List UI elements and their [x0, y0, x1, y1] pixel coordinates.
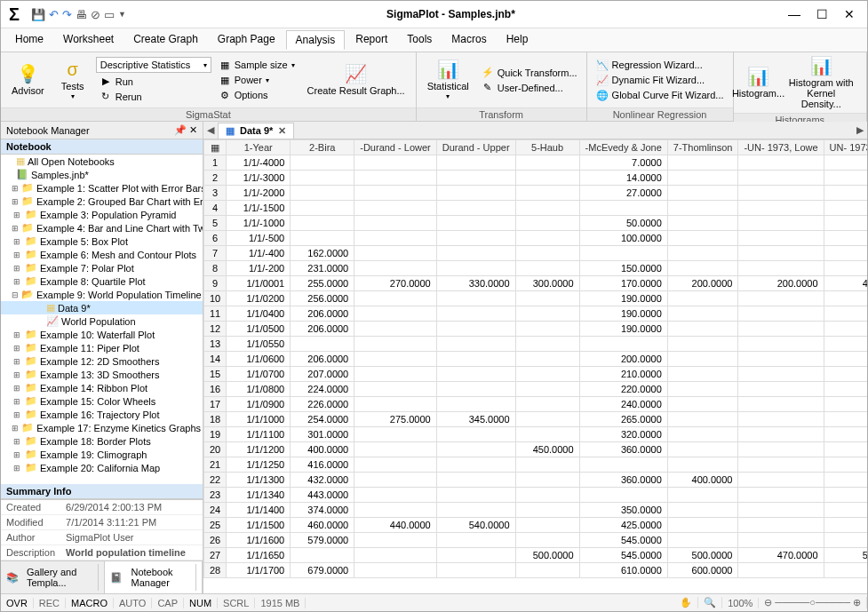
cell[interactable]: [738, 503, 824, 518]
cell[interactable]: [436, 201, 515, 216]
cell[interactable]: 275.0000: [354, 412, 436, 427]
cell[interactable]: [667, 291, 738, 306]
cell[interactable]: [436, 231, 515, 246]
quick-transform-button[interactable]: ⚡Quick Transform...: [478, 66, 581, 79]
cell[interactable]: [515, 397, 579, 412]
cell[interactable]: [354, 382, 436, 397]
cell[interactable]: 1/1/0600: [227, 352, 291, 367]
cell[interactable]: [354, 548, 436, 563]
cell[interactable]: [354, 488, 436, 503]
cell[interactable]: [738, 488, 824, 503]
cell[interactable]: [354, 397, 436, 412]
cell[interactable]: [667, 367, 738, 382]
cell[interactable]: [824, 367, 867, 382]
cell[interactable]: [824, 186, 867, 201]
cell[interactable]: [824, 503, 867, 518]
cell[interactable]: [738, 261, 824, 276]
tree-item[interactable]: ⊞📁Example 17: Enzyme Kinetics Graphs: [1, 421, 203, 434]
row-header[interactable]: 5: [204, 216, 227, 231]
cell[interactable]: 206.0000: [291, 352, 354, 367]
cell[interactable]: 416.0000: [291, 457, 354, 473]
tab-nav-prev[interactable]: ◀: [203, 124, 218, 136]
cell[interactable]: 1/1/1600: [227, 533, 291, 548]
cell[interactable]: [354, 427, 436, 442]
cell[interactable]: [354, 352, 436, 367]
cell[interactable]: [436, 352, 515, 367]
cell[interactable]: 1/1/0800: [227, 382, 291, 397]
tree-item[interactable]: ⊞📁Example 2: Grouped Bar Chart with Erro…: [1, 195, 203, 208]
row-header[interactable]: 15: [204, 367, 227, 382]
row-header[interactable]: 1: [204, 155, 227, 171]
cell[interactable]: 1/1/1100: [227, 427, 291, 442]
cell[interactable]: [515, 216, 579, 231]
status-scrl[interactable]: SCRL: [218, 598, 255, 608]
cell[interactable]: [579, 457, 667, 473]
create-result-graph-button[interactable]: 📈Create Result Graph...: [302, 62, 410, 98]
cell[interactable]: 14.0000: [579, 171, 667, 186]
pin-icon[interactable]: 📌: [174, 124, 187, 135]
column-header[interactable]: 7-Thomlinson: [667, 140, 738, 155]
cell[interactable]: [667, 306, 738, 322]
cell[interactable]: [354, 261, 436, 276]
cell[interactable]: 190.0000: [579, 306, 667, 322]
cell[interactable]: 1/1/0550: [227, 337, 291, 352]
row-header[interactable]: 28: [204, 563, 227, 578]
cell[interactable]: [515, 261, 579, 276]
cell[interactable]: 50.0000: [579, 216, 667, 231]
column-header[interactable]: -McEvedy & Jone: [579, 140, 667, 155]
tree-item[interactable]: ⊟📂Example 9: World Population Timeline: [1, 288, 203, 301]
cell[interactable]: [738, 155, 824, 171]
menu-home[interactable]: Home: [6, 30, 52, 50]
cell[interactable]: 1/1/-400: [227, 246, 291, 261]
cell[interactable]: 254.0000: [291, 412, 354, 427]
cell[interactable]: [824, 473, 867, 488]
cell[interactable]: [667, 201, 738, 216]
cell[interactable]: [579, 488, 667, 503]
cell[interactable]: 432.0000: [291, 473, 354, 488]
cell[interactable]: [354, 306, 436, 322]
cell[interactable]: [824, 337, 867, 352]
cell[interactable]: [354, 337, 436, 352]
cell[interactable]: [824, 518, 867, 533]
cell[interactable]: 1/1/-200: [227, 261, 291, 276]
cell[interactable]: 320.0000: [579, 427, 667, 442]
row-header[interactable]: 6: [204, 231, 227, 246]
histogram-button[interactable]: 📊Histogram...: [739, 65, 778, 100]
cell[interactable]: 1/1/1250: [227, 457, 291, 473]
column-header[interactable]: 1-Year: [227, 140, 291, 155]
cell[interactable]: 1/1/-500: [227, 231, 291, 246]
cell[interactable]: [824, 171, 867, 186]
cell[interactable]: 220.0000: [579, 382, 667, 397]
column-header[interactable]: 5-Haub: [515, 140, 579, 155]
cell[interactable]: 1/1/1340: [227, 488, 291, 503]
cell[interactable]: 7.0000: [579, 155, 667, 171]
cell[interactable]: [354, 216, 436, 231]
cell[interactable]: 207.0000: [291, 367, 354, 382]
cell[interactable]: [667, 322, 738, 337]
cell[interactable]: [824, 382, 867, 397]
cell[interactable]: 1/1/-1500: [227, 201, 291, 216]
tree-item[interactable]: ⊞📁Example 4: Bar and Line Chart with Two…: [1, 221, 203, 234]
tree-item[interactable]: ⊞📁Example 12: 2D Smoothers: [1, 354, 203, 368]
redo-icon[interactable]: ↷: [62, 8, 72, 21]
cell[interactable]: 545.0000: [579, 533, 667, 548]
cell[interactable]: [667, 186, 738, 201]
cell[interactable]: [738, 412, 824, 427]
cell[interactable]: 1/1/-3000: [227, 171, 291, 186]
cell[interactable]: 540.0000: [436, 518, 515, 533]
row-header[interactable]: 25: [204, 518, 227, 533]
cell[interactable]: [579, 201, 667, 216]
minimize-button[interactable]: ―: [788, 7, 800, 21]
cell[interactable]: 1/1/0001: [227, 276, 291, 291]
cell[interactable]: [667, 412, 738, 427]
menu-report[interactable]: Report: [346, 30, 396, 50]
row-header[interactable]: 23: [204, 488, 227, 503]
cell[interactable]: [354, 533, 436, 548]
cell[interactable]: [515, 246, 579, 261]
cell[interactable]: 425.0000: [579, 518, 667, 533]
cell[interactable]: [436, 171, 515, 186]
cell[interactable]: [436, 473, 515, 488]
tree-item[interactable]: ⊞📁Example 18: Border Plots: [1, 434, 203, 448]
cell[interactable]: [354, 186, 436, 201]
tab-gallery[interactable]: 📚 Gallery and Templa...: [1, 561, 105, 593]
